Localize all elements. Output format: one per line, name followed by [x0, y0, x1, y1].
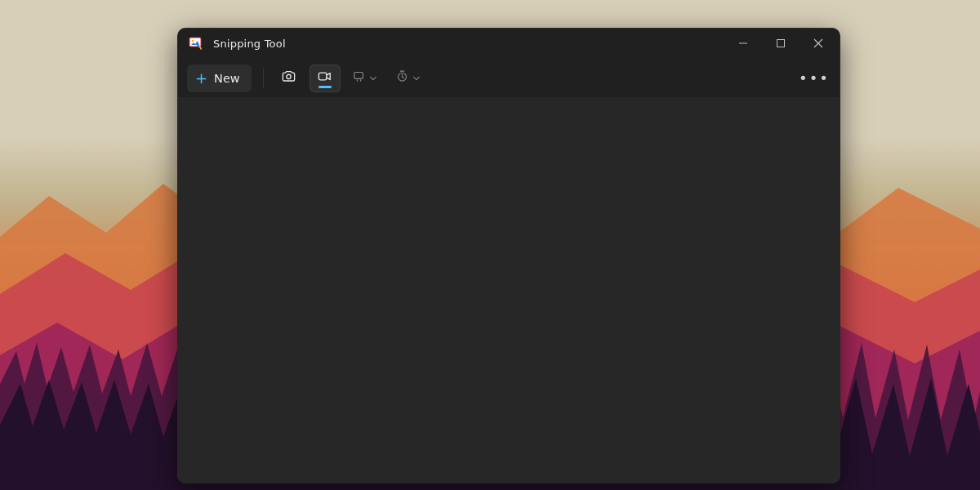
capture-canvas-empty — [177, 98, 840, 483]
svg-rect-5 — [354, 73, 363, 79]
svg-rect-2 — [777, 40, 785, 47]
camera-icon — [281, 69, 296, 87]
desktop-wallpaper: Snipping Tool + New — [0, 0, 980, 490]
minimize-button[interactable] — [724, 28, 762, 59]
snip-shape-dropdown[interactable] — [345, 65, 384, 92]
screenshot-mode-button[interactable] — [274, 65, 305, 92]
active-mode-indicator — [318, 86, 332, 88]
chevron-down-icon — [369, 70, 377, 86]
more-options-button[interactable]: ••• — [798, 65, 831, 92]
new-snip-button[interactable]: + New — [187, 65, 252, 92]
video-mode-button[interactable] — [310, 65, 341, 92]
delay-dropdown[interactable] — [389, 65, 427, 92]
delay-icon — [395, 69, 409, 87]
window-title: Snipping Tool — [213, 38, 286, 50]
svg-rect-4 — [319, 73, 327, 80]
svg-point-1 — [192, 40, 194, 42]
plus-icon: + — [195, 71, 207, 86]
titlebar[interactable]: Snipping Tool — [177, 28, 840, 59]
svg-point-3 — [287, 74, 291, 78]
svg-rect-0 — [189, 38, 201, 47]
snipping-tool-window: Snipping Tool + New — [177, 28, 840, 483]
snip-mode-icon — [352, 69, 366, 87]
close-button[interactable] — [800, 28, 837, 59]
toolbar-divider — [263, 69, 264, 88]
toolbar: + New — [177, 59, 840, 98]
more-icon: ••• — [799, 71, 830, 86]
snipping-tool-app-icon — [189, 37, 202, 50]
maximize-button[interactable] — [762, 28, 800, 59]
new-button-label: New — [214, 72, 240, 85]
chevron-down-icon — [412, 70, 421, 86]
